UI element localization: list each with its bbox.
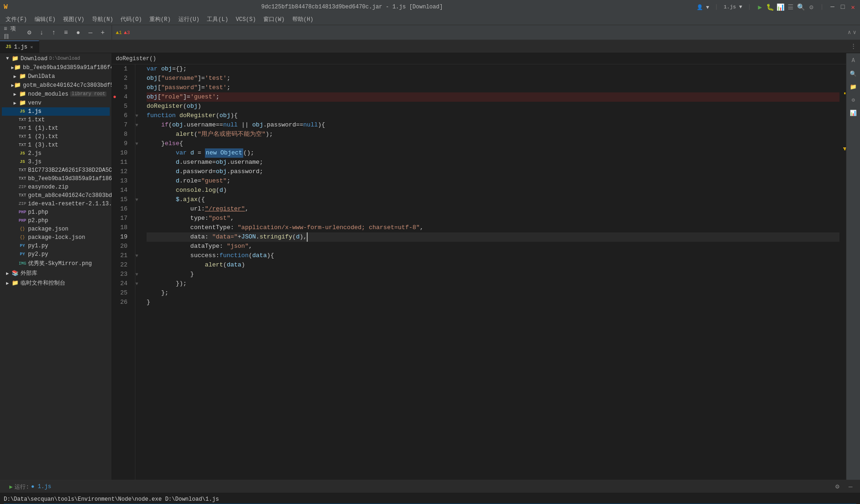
- fg-23[interactable]: ▼: [135, 270, 143, 279]
- sidebar-item-py2[interactable]: PY py2.py: [2, 250, 110, 259]
- sidebar-item-temp[interactable]: ▶ 📁 临时文件和控制台: [2, 278, 110, 288]
- fg-9[interactable]: ▼: [135, 139, 143, 148]
- fg-15[interactable]: ▼: [135, 195, 143, 204]
- minimize-btn[interactable]: ─: [829, 4, 836, 10]
- right-btn-2[interactable]: 🔍: [848, 68, 859, 79]
- fg-1: [135, 64, 143, 74]
- code-line-13: d.role="guest";: [147, 176, 839, 186]
- folder-icon-venv: 📁: [19, 99, 26, 106]
- file-icon-bb7eeb2: TXT: [19, 176, 26, 181]
- sidebar-item-p2php[interactable]: PHP p2.php: [2, 217, 110, 225]
- close-btn[interactable]: ✕: [850, 4, 856, 10]
- sidebar-item-pkgjson[interactable]: {} package.json: [2, 225, 110, 233]
- menu-edit[interactable]: 编辑(E): [31, 14, 60, 25]
- sidebar-item-2js[interactable]: JS 2.js: [2, 149, 110, 158]
- coverage-icon[interactable]: ☰: [788, 4, 794, 10]
- menu-tools[interactable]: 工具(L): [203, 14, 232, 25]
- sidebar-label-p2php: p2.php: [28, 217, 48, 224]
- avatar-icon[interactable]: 👤 ▼: [697, 4, 709, 10]
- file-icon-2js: JS: [19, 151, 26, 156]
- sidebar-item-3js[interactable]: JS 3.js: [2, 158, 110, 166]
- right-btn-4[interactable]: ⚙: [848, 94, 859, 105]
- file-icon-py2: PY: [19, 252, 26, 257]
- sidebar-item-b1c7[interactable]: TXT B1C7733B22A6261F338D2DA5C2DD1: [2, 166, 110, 175]
- sidebar-label-b1c7: B1C7733B22A6261F338D2DA5C2DD1: [28, 167, 112, 174]
- right-btn-1[interactable]: A: [848, 55, 859, 66]
- menu-file[interactable]: 文件(F): [2, 14, 31, 25]
- sidebar-item-venv[interactable]: ▶ 📁 venv: [2, 98, 110, 107]
- toolbar-btn-5[interactable]: ●: [73, 27, 83, 38]
- menu-window[interactable]: 窗口(W): [260, 14, 289, 25]
- file-icon-p2php: PHP: [19, 218, 26, 223]
- sidebar-item-1txt[interactable]: TXT 1.txt: [2, 116, 110, 124]
- debug-icon[interactable]: 🐛: [767, 4, 774, 10]
- sidebar-item-pkglockjson[interactable]: {} package-lock.json: [2, 233, 110, 242]
- sidebar-item-gotm[interactable]: ▶ 📁 gotm_ab8ce401624c7c3803bdf57d70: [2, 81, 110, 90]
- menu-navigate[interactable]: 导航(N): [88, 14, 117, 25]
- sidebar-label-gotm2: gotm_ab8ce401624c7c3803bdf57d70: [28, 192, 112, 199]
- code-line-14: console.log(d): [147, 186, 839, 195]
- tab-1js-close[interactable]: ✕: [30, 44, 33, 50]
- sidebar-item-nodemodules[interactable]: ▶ 📁 node_modules library root: [2, 90, 110, 98]
- sidebar-item-1-3txt[interactable]: TXT 1 (3).txt: [2, 141, 110, 149]
- maximize-btn[interactable]: □: [839, 4, 846, 10]
- sidebar-item-1-2txt[interactable]: TXT 1 (2).txt: [2, 133, 110, 141]
- run-icon[interactable]: ▶: [757, 4, 763, 10]
- fg-24[interactable]: ▼: [135, 279, 143, 288]
- menu-run[interactable]: 运行(U): [175, 14, 204, 25]
- menu-help[interactable]: 帮助(H): [289, 14, 317, 25]
- menu-bar: 文件(F) 编辑(E) 视图(V) 导航(N) 代码(O) 重构(R) 运行(U…: [0, 14, 860, 25]
- scroll-down-btn[interactable]: ∨: [853, 29, 856, 36]
- scroll-up-btn[interactable]: ∧: [848, 29, 851, 36]
- toolbar-btn-2[interactable]: ↓: [36, 27, 47, 38]
- fg-7[interactable]: ▼: [135, 120, 143, 130]
- profile-icon[interactable]: 📊: [777, 4, 784, 10]
- sidebar-item-easynode[interactable]: ZIP easynode.zip: [2, 183, 110, 191]
- code-editor[interactable]: var obj={}; obj["username"]='test'; obj[…: [143, 64, 839, 480]
- file-icon-b1c7: TXT: [19, 168, 26, 173]
- search-icon[interactable]: 🔍: [798, 4, 804, 10]
- sidebar: ▼ 📁 Download D:\Download ▶ 📁 bb_7eeb9ba1…: [0, 53, 112, 480]
- tab-1js[interactable]: JS 1.js ✕: [0, 41, 39, 53]
- title-bar-left: W: [4, 3, 7, 11]
- bottom-content[interactable]: D:\Data\secquan\tools\Environment\Node\n…: [0, 493, 860, 504]
- scroll-gutter: [839, 64, 846, 480]
- run-config-label[interactable]: 1.js ▼: [724, 4, 742, 10]
- sidebar-item-skymirror[interactable]: IMG 优秀奖-SkyMirror.png: [2, 259, 110, 268]
- sidebar-item-external[interactable]: ▶ 📚 外部库: [2, 268, 110, 278]
- right-btn-3[interactable]: 📁: [848, 81, 859, 92]
- toolbar-btn-7[interactable]: +: [98, 27, 108, 38]
- bottom-tab-run[interactable]: ▶ 运行: ● 1.js: [4, 481, 57, 493]
- menu-code[interactable]: 代码(O): [117, 14, 146, 25]
- tab-more-btn[interactable]: ⋮: [847, 43, 860, 50]
- sidebar-item-bb7eeb2[interactable]: TXT bb_7eeb9ba19d3859a91af186f48f521: [2, 175, 110, 183]
- right-btn-5[interactable]: 📊: [848, 107, 859, 119]
- toolbar-btn-4[interactable]: ≡: [61, 27, 71, 38]
- toolbar-btn-1[interactable]: ⚙: [24, 27, 35, 38]
- bottom-settings-btn[interactable]: ⚙: [832, 483, 843, 490]
- toolbar-btn-3[interactable]: ↑: [49, 27, 59, 38]
- file-icon-1-2txt: TXT: [19, 134, 26, 139]
- code-line-2: obj["username"]='test';: [147, 74, 839, 83]
- settings-icon[interactable]: ⚙: [808, 4, 815, 10]
- sidebar-item-p1php[interactable]: PHP p1.php: [2, 208, 110, 217]
- sidebar-item-download[interactable]: ▼ 📁 Download D:\Download: [2, 54, 110, 63]
- sidebar-item-bb7eeb[interactable]: ▶ 📁 bb_7eeb9ba19d3859a91af186f48f521: [2, 63, 110, 72]
- menu-vcs[interactable]: VCS(S): [232, 14, 260, 25]
- sidebar-item-1-1txt[interactable]: TXT 1 (1).txt: [2, 124, 110, 133]
- menu-refactor[interactable]: 重构(R): [146, 14, 175, 25]
- toolbar-btn-6[interactable]: —: [85, 27, 96, 38]
- fg-21[interactable]: ▼: [135, 251, 143, 260]
- fg-20: [135, 242, 143, 251]
- sidebar-label-bb7eeb: bb_7eeb9ba19d3859a91af186f48f521: [23, 64, 112, 71]
- fg-6[interactable]: ▼: [135, 111, 143, 120]
- sidebar-item-py1[interactable]: PY py1.py: [2, 242, 110, 250]
- line-numbers: 1 2 3 4 5 6 7 8 9 10 11 12 13 14 15 16 1…: [112, 64, 135, 480]
- code-line-11: d.username=obj.username;: [147, 158, 839, 167]
- sidebar-item-dwnldata[interactable]: ▶ 📁 DwnlData: [2, 72, 110, 81]
- sidebar-item-gotm2[interactable]: TXT gotm_ab8ce401624c7c3803bdf57d70: [2, 191, 110, 200]
- menu-view[interactable]: 视图(V): [59, 14, 88, 25]
- sidebar-item-1js[interactable]: JS 1.js: [2, 107, 110, 116]
- bottom-close-btn[interactable]: —: [845, 483, 856, 490]
- sidebar-item-ide-eval[interactable]: ZIP ide-eval-resetter-2.1.13.zip: [2, 200, 110, 208]
